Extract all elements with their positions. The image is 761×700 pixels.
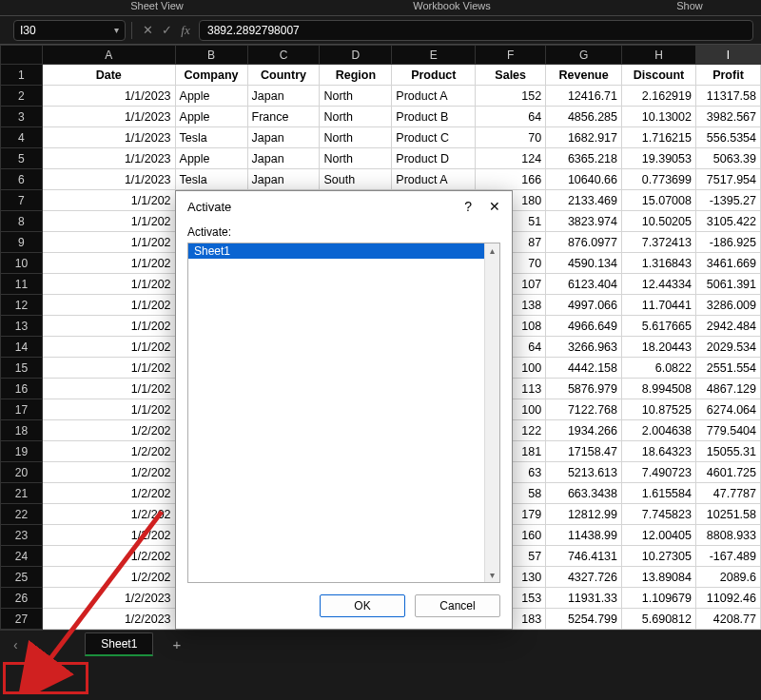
cell[interactable]: 11092.46 bbox=[695, 588, 760, 609]
row-header[interactable]: 18 bbox=[1, 420, 43, 441]
cell[interactable]: Japan bbox=[247, 169, 320, 190]
cell[interactable]: 124 bbox=[476, 148, 546, 169]
cell[interactable]: 3461.669 bbox=[695, 253, 760, 274]
cell[interactable]: 3266.963 bbox=[546, 337, 622, 358]
cell[interactable]: 4966.649 bbox=[546, 316, 622, 337]
cell[interactable]: 1/2/202 bbox=[42, 546, 175, 567]
cell[interactable]: 64 bbox=[476, 107, 546, 127]
row-header[interactable]: 19 bbox=[1, 441, 43, 462]
cell[interactable]: 1/2/202 bbox=[42, 483, 175, 504]
cell[interactable]: France bbox=[247, 107, 320, 127]
cell[interactable]: 1.109679 bbox=[622, 588, 696, 609]
cell[interactable]: 11931.33 bbox=[546, 588, 622, 609]
cancel-button[interactable]: Cancel bbox=[415, 594, 500, 617]
column-header[interactable]: F bbox=[476, 46, 546, 65]
cell[interactable]: 3982.567 bbox=[695, 107, 760, 127]
cell[interactable]: 6.0822 bbox=[622, 358, 696, 379]
cell[interactable]: 3823.974 bbox=[546, 211, 622, 232]
select-all-corner[interactable] bbox=[1, 46, 43, 65]
cell[interactable]: Tesla bbox=[175, 127, 247, 148]
cell[interactable]: 10251.58 bbox=[695, 504, 760, 525]
sheet-tab-1[interactable]: Sheet1 bbox=[85, 632, 153, 656]
cell[interactable]: 3286.009 bbox=[695, 295, 760, 316]
row-header[interactable]: 4 bbox=[1, 127, 43, 148]
cell[interactable]: 5.617665 bbox=[622, 316, 696, 337]
cell[interactable]: 1/1/202 bbox=[42, 358, 175, 379]
cell[interactable]: 7517.954 bbox=[695, 169, 760, 190]
cell[interactable]: 7122.768 bbox=[546, 399, 622, 420]
row-header[interactable]: 13 bbox=[1, 316, 43, 337]
cell[interactable]: 1/1/202 bbox=[42, 253, 175, 274]
column-header[interactable]: H bbox=[622, 46, 696, 65]
row-header[interactable]: 23 bbox=[1, 525, 43, 546]
cell[interactable]: Japan bbox=[247, 86, 320, 107]
cell[interactable]: 10.50205 bbox=[622, 211, 696, 232]
row-header[interactable]: 16 bbox=[1, 379, 43, 399]
cell[interactable]: 1/1/202 bbox=[42, 316, 175, 337]
column-header[interactable]: E bbox=[392, 46, 476, 65]
row-header[interactable]: 24 bbox=[1, 546, 43, 567]
column-header[interactable]: A bbox=[42, 46, 175, 65]
cell[interactable]: 779.5404 bbox=[695, 420, 760, 441]
column-header[interactable]: G bbox=[546, 46, 622, 65]
cell[interactable]: 1/1/2023 bbox=[42, 86, 175, 107]
column-header[interactable]: D bbox=[320, 46, 392, 65]
cell[interactable]: 12812.99 bbox=[546, 504, 622, 525]
table-header-cell[interactable]: Product bbox=[392, 65, 476, 86]
formula-input[interactable]: 3892.2892798007 bbox=[199, 20, 753, 41]
listbox-scrollbar[interactable]: ▴ ▾ bbox=[484, 243, 499, 582]
cell[interactable]: North bbox=[320, 148, 392, 169]
row-header[interactable]: 12 bbox=[1, 295, 43, 316]
cell[interactable]: 13.89084 bbox=[622, 567, 696, 588]
cell[interactable]: 10.27305 bbox=[622, 546, 696, 567]
enter-formula-icon[interactable]: ✓ bbox=[157, 23, 176, 37]
help-icon[interactable]: ? bbox=[464, 199, 472, 214]
row-header[interactable]: 26 bbox=[1, 588, 43, 609]
cell[interactable]: 8.994508 bbox=[622, 379, 696, 399]
cell[interactable]: 5254.799 bbox=[546, 609, 622, 630]
cell[interactable]: -167.489 bbox=[695, 546, 760, 567]
cell[interactable]: 1/1/202 bbox=[42, 399, 175, 420]
cell[interactable]: Product C bbox=[392, 127, 476, 148]
cell[interactable]: North bbox=[320, 127, 392, 148]
cell[interactable]: 663.3438 bbox=[546, 483, 622, 504]
cell[interactable]: 11.70441 bbox=[622, 295, 696, 316]
cell[interactable]: 10.13002 bbox=[622, 107, 696, 127]
cell[interactable]: 4327.726 bbox=[546, 567, 622, 588]
cell[interactable]: Apple bbox=[175, 148, 247, 169]
cell[interactable]: 8808.933 bbox=[695, 525, 760, 546]
cell[interactable]: 1/1/2023 bbox=[42, 148, 175, 169]
cell[interactable]: 1/1/202 bbox=[42, 211, 175, 232]
cell[interactable]: 4442.158 bbox=[546, 358, 622, 379]
cell[interactable]: 1/2/202 bbox=[42, 504, 175, 525]
cell[interactable]: South bbox=[320, 169, 392, 190]
cell[interactable]: Product A bbox=[392, 169, 476, 190]
row-header[interactable]: 17 bbox=[1, 399, 43, 420]
cell[interactable]: 5.690812 bbox=[622, 609, 696, 630]
row-header[interactable]: 21 bbox=[1, 483, 43, 504]
tab-nav-next-icon[interactable]: › bbox=[29, 637, 34, 652]
cell[interactable]: 2.004638 bbox=[622, 420, 696, 441]
cell[interactable]: Product A bbox=[392, 86, 476, 107]
add-sheet-button[interactable]: + bbox=[172, 636, 181, 652]
table-header-cell[interactable]: Company bbox=[175, 65, 247, 86]
cancel-formula-icon[interactable]: ✕ bbox=[138, 23, 157, 37]
cell[interactable]: 1/2/2023 bbox=[42, 609, 175, 630]
cell[interactable]: 11438.99 bbox=[546, 525, 622, 546]
cell[interactable]: 166 bbox=[476, 169, 546, 190]
cell[interactable]: 70 bbox=[476, 127, 546, 148]
cell[interactable]: 1/2/202 bbox=[42, 567, 175, 588]
row-header[interactable]: 10 bbox=[1, 253, 43, 274]
table-header-cell[interactable]: Region bbox=[320, 65, 392, 86]
cell[interactable]: 7.372413 bbox=[622, 232, 696, 253]
cell[interactable]: 2089.6 bbox=[695, 567, 760, 588]
cell[interactable]: 2.162919 bbox=[622, 86, 696, 107]
cell[interactable]: 11317.58 bbox=[695, 86, 760, 107]
cell[interactable]: 1/1/2023 bbox=[42, 107, 175, 127]
cell[interactable]: North bbox=[320, 86, 392, 107]
fx-icon[interactable]: fx bbox=[176, 23, 195, 38]
cell[interactable]: 4997.066 bbox=[546, 295, 622, 316]
cell[interactable]: 15.07008 bbox=[622, 190, 696, 211]
cell[interactable]: 4590.134 bbox=[546, 253, 622, 274]
cell[interactable]: North bbox=[320, 107, 392, 127]
